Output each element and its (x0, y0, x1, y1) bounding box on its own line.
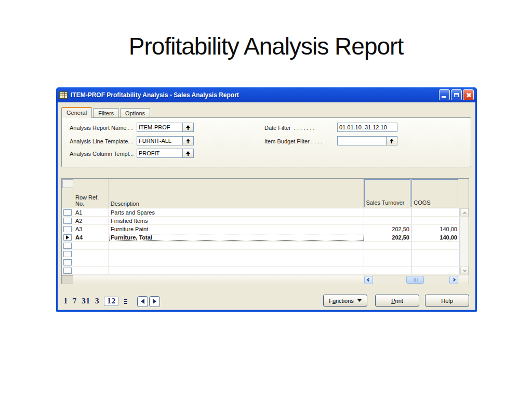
cell-row-ref[interactable]: A2 (73, 217, 109, 224)
chevron-down-icon (462, 268, 466, 272)
close-icon (466, 92, 472, 98)
item-budget-filter-lookup-button[interactable] (386, 137, 397, 145)
current-row-arrow-icon (66, 235, 69, 240)
help-button[interactable]: Help (425, 295, 469, 307)
footer-gray-cell (62, 275, 73, 284)
period-bar: 1 7 31 3 12 (63, 296, 160, 307)
maximize-button[interactable] (451, 89, 462, 100)
lookup-arrow-icon (186, 125, 191, 130)
functions-button[interactable]: Functions (323, 295, 367, 307)
cell-description[interactable]: Furniture, Total (109, 233, 364, 241)
row-selector[interactable] (62, 267, 73, 274)
vertical-scrollbar[interactable] (460, 208, 469, 275)
cell-description[interactable]: Furniture Paint (109, 225, 364, 233)
row-selector[interactable] (62, 250, 73, 258)
minimize-icon (442, 96, 446, 98)
table-row-empty[interactable] (62, 258, 460, 267)
window-titlebar[interactable]: ITEM-PROF Profitability Analysis - Sales… (56, 87, 477, 102)
column-header-cogs[interactable]: COGS (411, 179, 459, 208)
period-week-button[interactable]: 7 (72, 298, 76, 305)
period-month-button[interactable]: 31 (82, 298, 90, 305)
column-header-sales-turnover[interactable]: Sales Turnover (364, 179, 411, 208)
h-scrollbar-thumb[interactable] (406, 276, 424, 284)
table-row-empty[interactable] (62, 242, 460, 250)
cell-sales-turnover[interactable]: 202,50 (364, 233, 412, 241)
period-year-button-selected[interactable]: 12 (104, 297, 119, 306)
analysis-column-template-label: Analysis Column Templ... (70, 151, 134, 157)
analysis-report-name-fieldbox (137, 123, 194, 132)
previous-period-button[interactable] (137, 296, 148, 307)
maximize-icon (454, 93, 459, 97)
analysis-line-template-lookup-button[interactable] (182, 137, 193, 145)
table-row-a4-selected[interactable]: A4 Furniture, Total 202,50 140,00 (62, 233, 460, 242)
cell-sales-turnover[interactable]: 202,50 (364, 225, 412, 233)
next-period-button[interactable] (149, 296, 160, 307)
analysis-line-template-fieldbox (137, 136, 194, 145)
period-quarter-button[interactable]: 3 (95, 298, 99, 305)
v-scrollbar-up-button[interactable] (460, 208, 469, 217)
row-selector[interactable] (62, 242, 73, 249)
arrow-right-icon (153, 299, 156, 304)
tab-general[interactable]: General (61, 107, 92, 118)
chevron-up-icon (462, 211, 466, 215)
column-header-description: Description (109, 179, 364, 208)
cell-cogs[interactable]: 140,00 (412, 233, 460, 241)
cell-row-ref[interactable]: A1 (73, 208, 109, 216)
table-row-a2[interactable]: A2 Finished Items (62, 217, 460, 225)
cell-cogs[interactable]: 140,00 (412, 225, 460, 233)
cell-row-ref[interactable]: A3 (73, 225, 109, 233)
select-all-cell[interactable] (62, 179, 73, 208)
slide: Profitability Analysis Report ITEM-PROF … (0, 0, 532, 399)
horizontal-scrollbar[interactable] (364, 275, 459, 284)
accounting-period-icon[interactable] (124, 301, 127, 302)
window-title: ITEM-PROF Profitability Analysis - Sales… (71, 91, 439, 99)
cell-sales-turnover[interactable] (364, 217, 412, 224)
close-button[interactable] (463, 89, 474, 100)
table-header-row: Row Ref.No. Description Sales Turnover C… (62, 179, 469, 208)
cell-cogs[interactable] (412, 217, 460, 224)
table-row-empty[interactable] (62, 250, 460, 258)
v-scrollbar-down-button[interactable] (460, 267, 469, 275)
analysis-column-template-lookup-button[interactable] (182, 149, 193, 157)
tab-options[interactable]: Options (120, 108, 150, 118)
minimize-button[interactable] (439, 89, 450, 100)
item-budget-filter-label: Item Budget Filter . . . . (264, 138, 322, 144)
analysis-line-template-input[interactable] (137, 137, 182, 145)
analysis-report-name-lookup-button[interactable] (182, 123, 193, 131)
item-budget-filter-fieldbox (337, 136, 397, 145)
cell-description[interactable]: Finished Items (109, 217, 364, 224)
table-row-empty[interactable] (62, 267, 460, 275)
lookup-arrow-icon (390, 139, 394, 143)
row-selector[interactable] (62, 225, 73, 233)
row-selector[interactable] (62, 217, 73, 224)
h-scrollbar-right-button[interactable] (449, 276, 458, 284)
period-day-button[interactable]: 1 (63, 298, 68, 305)
analysis-report-name-label: Analysis Report Name . . (70, 125, 133, 131)
row-selector[interactable] (62, 233, 73, 241)
analysis-column-template-input[interactable] (137, 149, 182, 157)
tab-filters[interactable]: Filters (93, 108, 119, 118)
cell-sales-turnover[interactable] (364, 208, 412, 216)
table-icon (59, 91, 68, 99)
lookup-arrow-icon (186, 151, 191, 156)
table-row-a1[interactable]: A1 Parts and Spares (62, 208, 460, 217)
cell-description[interactable]: Parts and Spares (109, 208, 364, 216)
cell-cogs[interactable] (412, 208, 460, 216)
date-filter-input[interactable] (338, 123, 397, 131)
date-filter-fieldbox (337, 123, 397, 132)
row-selector[interactable] (62, 208, 73, 216)
footer-corner-cell (459, 275, 469, 284)
item-budget-filter-input[interactable] (338, 137, 386, 145)
chevron-right-icon (452, 278, 456, 282)
column-header-row-ref-no: Row Ref.No. (73, 179, 109, 208)
arrow-left-icon (141, 299, 144, 304)
h-scrollbar-left-button[interactable] (364, 276, 373, 284)
tab-strip: General Filters Options (61, 107, 151, 118)
analysis-report-name-input[interactable] (137, 123, 182, 131)
row-selector[interactable] (62, 258, 73, 266)
table-row-a3[interactable]: A3 Furniture Paint 202,50 140,00 (62, 225, 460, 233)
print-button[interactable]: Print (375, 295, 419, 307)
cell-row-ref[interactable]: A4 (73, 233, 109, 241)
page-title: Profitability Analysis Report (0, 32, 532, 60)
general-tab-panel: Analysis Report Name . . Analysis Line T… (61, 117, 471, 167)
